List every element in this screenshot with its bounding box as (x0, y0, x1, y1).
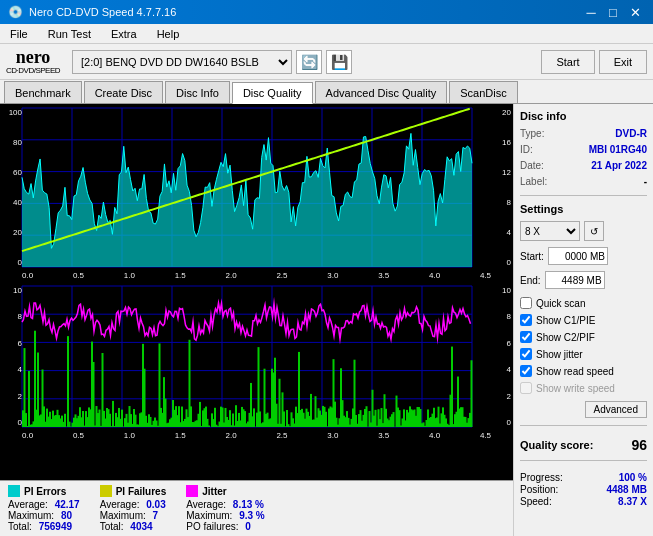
tab-scan-disc[interactable]: ScanDisc (449, 81, 517, 103)
y-label-16: 16 (491, 138, 511, 147)
ly-label-2: 2 (491, 392, 511, 401)
jitter-max-label: Maximum: (186, 510, 232, 521)
speed-select[interactable]: 8 X (520, 221, 580, 241)
disc-type-row: Type: DVD-R (520, 128, 647, 139)
speed-value: 8.37 X (618, 496, 647, 507)
ly2-label-8: 8 (2, 312, 22, 321)
disc-date-row: Date: 21 Apr 2022 (520, 160, 647, 171)
menu-help[interactable]: Help (151, 26, 186, 42)
nero-logo-subtitle: CD·DVD/SPEED (6, 66, 60, 75)
show-c1pie-row: Show C1/PIE (520, 314, 647, 326)
toolbar: nero CD·DVD/SPEED [2:0] BENQ DVD DD DW16… (0, 44, 653, 80)
speed-label: Speed: (520, 496, 552, 507)
menu-extra[interactable]: Extra (105, 26, 143, 42)
chart-area: 20 16 12 8 4 0 100 80 60 40 20 0 (0, 104, 513, 480)
jitter-avg-label: Average: (186, 499, 226, 510)
title-text: Nero CD-DVD Speed 4.7.7.16 (29, 6, 176, 18)
y2-label-60: 60 (2, 168, 22, 177)
title-bar-controls[interactable]: ─ □ ✕ (581, 3, 645, 21)
tab-disc-info[interactable]: Disc Info (165, 81, 230, 103)
drive-select[interactable]: [2:0] BENQ DVD DD DW1640 BSLB (72, 50, 292, 74)
legend-area: PI Errors Average: 42.17 Maximum: 80 Tot… (0, 480, 513, 536)
end-label: End: (520, 275, 541, 286)
ly-label-0: 0 (491, 418, 511, 427)
show-c2pif-row: Show C2/PIF (520, 331, 647, 343)
show-read-speed-checkbox[interactable] (520, 365, 532, 377)
pi-errors-legend: PI Errors Average: 42.17 Maximum: 80 Tot… (8, 485, 80, 532)
y-label-0: 0 (491, 258, 511, 267)
show-write-speed-row: Show write speed (520, 382, 647, 394)
start-button[interactable]: Start (541, 50, 594, 74)
speed-row: Speed: 8.37 X (520, 496, 647, 507)
nero-logo-text: nero (16, 48, 51, 66)
menu-run-test[interactable]: Run Test (42, 26, 97, 42)
disc-label-value: - (644, 176, 647, 187)
y2-label-40: 40 (2, 198, 22, 207)
pi-failures-color (100, 485, 112, 497)
progress-section: Progress: 100 % Position: 4488 MB Speed:… (520, 472, 647, 508)
jitter-avg-value: 8.13 % (233, 499, 264, 510)
start-mb-row: Start: (520, 247, 647, 265)
pif-total-value: 4034 (130, 521, 152, 532)
disc-id-value: MBI 01RG40 (589, 144, 647, 155)
y2-label-20: 20 (2, 228, 22, 237)
lower-x-axis: 0.0 0.5 1.0 1.5 2.0 2.5 3.0 3.5 4.0 4.5 (2, 431, 511, 440)
maximize-button[interactable]: □ (603, 3, 623, 21)
show-c1pie-label: Show C1/PIE (536, 315, 595, 326)
advanced-button[interactable]: Advanced (585, 401, 647, 418)
ly2-label-2: 2 (2, 392, 22, 401)
exit-button[interactable]: Exit (599, 50, 647, 74)
pif-max-value: 7 (153, 510, 159, 521)
show-c1pie-checkbox[interactable] (520, 314, 532, 326)
ly2-label-6: 6 (2, 339, 22, 348)
tab-disc-quality[interactable]: Disc Quality (232, 82, 313, 104)
jitter-max-value: 9.3 % (239, 510, 265, 521)
quick-scan-label: Quick scan (536, 298, 585, 309)
show-jitter-checkbox[interactable] (520, 348, 532, 360)
disc-type-value: DVD-R (615, 128, 647, 139)
refresh-button[interactable]: 🔄 (296, 50, 322, 74)
pi-failures-label: PI Failures (116, 486, 167, 497)
speed-settings-row: 8 X ↺ (520, 221, 647, 241)
pif-total-label: Total: (100, 521, 124, 532)
pi-errors-label: PI Errors (24, 486, 66, 497)
disc-date-value: 21 Apr 2022 (591, 160, 647, 171)
progress-row: Progress: 100 % (520, 472, 647, 483)
pi-total-value: 756949 (39, 521, 72, 532)
title-bar: 💿 Nero CD-DVD Speed 4.7.7.16 ─ □ ✕ (0, 0, 653, 24)
menu-file[interactable]: File (4, 26, 34, 42)
ly2-label-0: 0 (2, 418, 22, 427)
position-row: Position: 4488 MB (520, 484, 647, 495)
main-area: 20 16 12 8 4 0 100 80 60 40 20 0 (0, 104, 653, 536)
save-button[interactable]: 💾 (326, 50, 352, 74)
jitter-po-label: PO failures: (186, 521, 238, 532)
show-c2pif-checkbox[interactable] (520, 331, 532, 343)
pi-errors-color (8, 485, 20, 497)
y2-label-80: 80 (2, 138, 22, 147)
pif-avg-value: 0.03 (146, 499, 165, 510)
position-value: 4488 MB (606, 484, 647, 495)
upper-chart-container: 20 16 12 8 4 0 100 80 60 40 20 0 (2, 106, 511, 269)
minimize-button[interactable]: ─ (581, 3, 601, 21)
quick-scan-checkbox[interactable] (520, 297, 532, 309)
start-mb-input[interactable] (548, 247, 608, 265)
jitter-legend: Jitter Average: 8.13 % Maximum: 9.3 % PO… (186, 485, 264, 532)
upper-x-axis: 0.0 0.5 1.0 1.5 2.0 2.5 3.0 3.5 4.0 4.5 (2, 271, 511, 280)
tab-create-disc[interactable]: Create Disc (84, 81, 163, 103)
pi-total-label: Total: (8, 521, 32, 532)
jitter-color (186, 485, 198, 497)
ly2-label-10: 10 (2, 286, 22, 295)
y-label-12: 12 (491, 168, 511, 177)
close-button[interactable]: ✕ (625, 3, 645, 21)
disc-label-row: Label: - (520, 176, 647, 187)
quality-score-value: 96 (631, 437, 647, 453)
quality-score-row: Quality score: 96 (520, 437, 647, 453)
divider-3 (520, 460, 647, 461)
disc-type-label: Type: (520, 128, 544, 139)
end-mb-input[interactable] (545, 271, 605, 289)
tab-advanced-disc-quality[interactable]: Advanced Disc Quality (315, 81, 448, 103)
app-logo: nero CD·DVD/SPEED (6, 48, 60, 75)
reset-speed-button[interactable]: ↺ (584, 221, 604, 241)
tab-benchmark[interactable]: Benchmark (4, 81, 82, 103)
show-read-speed-row: Show read speed (520, 365, 647, 377)
